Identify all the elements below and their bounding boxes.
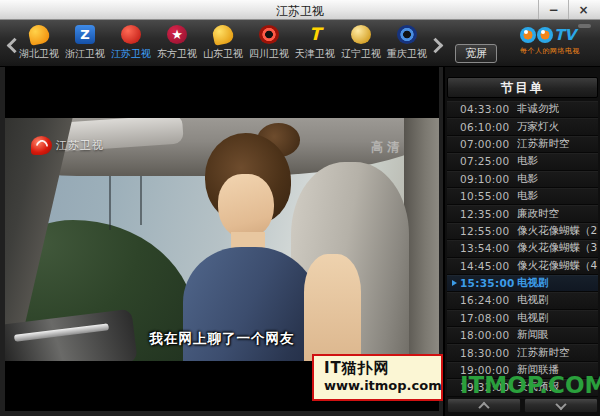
person-face (218, 174, 274, 240)
program-time: 15:35:00 (460, 277, 517, 289)
chevron-up-icon (478, 401, 489, 412)
channel-item[interactable]: ★东方卫视 (154, 25, 200, 61)
program-row[interactable]: 10:55:00电影 (447, 188, 598, 205)
pptv-p-icon (520, 27, 536, 43)
channel-label: 江苏卫视 (111, 47, 151, 61)
program-panel-title: 节目单 (447, 77, 598, 98)
program-name: 电视剧 (517, 293, 549, 307)
channel-label: 山东卫视 (203, 47, 243, 61)
program-row[interactable]: 13:54:00像火花像蝴蝶（3） (447, 240, 598, 257)
now-playing-icon (452, 280, 457, 286)
program-time: 18:00:00 (460, 329, 517, 341)
pptv-tv-text: TV (554, 26, 576, 44)
program-row[interactable]: 12:35:00廉政时空 (447, 205, 598, 222)
program-row[interactable]: 04:33:00非诚勿扰 (447, 101, 598, 118)
video-frame: 江苏卫视 高清 我在网上聊了一个网友 (5, 118, 439, 361)
program-time: 18:30:00 (460, 347, 517, 359)
program-time: 17:08:00 (460, 312, 517, 324)
channel-watermark: 江苏卫视 (31, 136, 104, 155)
itmop-watermark-box: IT猫扑网 www.itmop.com (312, 354, 443, 401)
program-name: 江苏新时空 (517, 137, 570, 151)
title-bar: 江苏卫视 − × (0, 0, 600, 20)
video-subtitle: 我在网上聊了一个网友 (5, 330, 439, 348)
window-controls: − × (538, 0, 598, 19)
itmop-site-name: IT猫扑网 (324, 359, 441, 378)
program-row[interactable]: 15:35:00电视剧 (447, 275, 598, 292)
program-time: 09:10:00 (460, 173, 517, 185)
scroll-up-button[interactable] (447, 398, 521, 413)
channel-label: 四川卫视 (249, 47, 289, 61)
program-time: 07:25:00 (460, 155, 517, 167)
program-name: 电影 (517, 172, 538, 186)
program-row[interactable]: 07:00:00江苏新时空 (447, 136, 598, 153)
channel-item[interactable]: Z浙江卫视 (62, 25, 108, 61)
channel-item[interactable]: 山东卫视 (200, 25, 246, 61)
channel-item[interactable]: 辽宁卫视 (338, 25, 384, 61)
tianjin-tv-icon: T (305, 25, 325, 44)
program-time: 06:10:00 (460, 121, 517, 133)
channel-watermark-text: 江苏卫视 (56, 138, 104, 153)
program-time: 10:55:00 (460, 190, 517, 202)
program-row[interactable]: 07:25:00电影 (447, 153, 598, 170)
hubei-tv-icon (27, 23, 51, 46)
scroll-down-button[interactable] (524, 398, 598, 413)
chevron-right-icon (428, 38, 444, 54)
channel-glyph: Z (80, 28, 89, 41)
program-panel: 节目单 04:33:00非诚勿扰06:10:00万家灯火07:00:00江苏新时… (443, 67, 600, 416)
program-row[interactable]: 09:10:00电影 (447, 171, 598, 188)
pptv-p-icon (537, 27, 553, 43)
program-name: 像火花像蝴蝶（4） (517, 259, 598, 273)
zhejiang-tv-icon: Z (75, 25, 95, 44)
program-name: 江苏新时空 (517, 346, 570, 360)
channel-item[interactable]: 湖北卫视 (16, 25, 62, 61)
channel-label: 浙江卫视 (65, 47, 105, 61)
program-time: 16:24:00 (460, 294, 517, 306)
channel-item[interactable]: 江苏卫视 (108, 25, 154, 61)
channel-label: 湖北卫视 (19, 47, 59, 61)
minimize-button[interactable]: − (538, 0, 568, 19)
channel-item[interactable]: T天津卫视 (292, 25, 338, 61)
program-list: 04:33:00非诚勿扰06:10:00万家灯火07:00:00江苏新时空07:… (447, 101, 598, 397)
channel-label: 东方卫视 (157, 47, 197, 61)
program-row[interactable]: 14:45:00像火花像蝴蝶（4） (447, 258, 598, 275)
program-list-scrollbar (447, 398, 598, 413)
dongfang-tv-icon: ★ (167, 25, 187, 44)
program-row[interactable]: 12:55:00像火花像蝴蝶（2） (447, 223, 598, 240)
program-time: 12:35:00 (460, 208, 517, 220)
chevron-down-icon (555, 398, 566, 409)
program-name: 万家灯火 (517, 120, 559, 134)
program-row[interactable]: 16:24:00电视剧 (447, 292, 598, 309)
close-button[interactable]: × (568, 0, 598, 19)
widescreen-button[interactable]: 宽屏 (455, 44, 497, 63)
pptv-tagline: 每个人的网络电视 (520, 46, 586, 56)
hd-badge: 高清 (371, 139, 403, 156)
program-name: 新闻眼 (517, 328, 549, 342)
program-time: 13:54:00 (460, 242, 517, 254)
channel-item[interactable]: 四川卫视 (246, 25, 292, 61)
program-time: 14:45:00 (460, 260, 517, 272)
program-name: 像火花像蝴蝶（3） (517, 241, 598, 255)
itmop-overlay-watermark: ITMOP.COM (460, 372, 600, 398)
channel-glyph: ★ (171, 28, 183, 41)
program-row[interactable]: 18:30:00江苏新时空 (447, 344, 598, 361)
channel-label: 辽宁卫视 (341, 47, 381, 61)
channel-list: 湖北卫视Z浙江卫视江苏卫视★东方卫视山东卫视四川卫视T天津卫视辽宁卫视重庆卫视 (16, 25, 430, 61)
channel-label: 重庆卫视 (387, 47, 427, 61)
program-name: 廉政时空 (517, 207, 559, 221)
shandong-tv-icon (211, 23, 235, 46)
chongqing-tv-icon (397, 25, 417, 44)
scroll-channels-right-button[interactable] (430, 40, 444, 54)
sichuan-tv-icon (259, 25, 279, 44)
program-row[interactable]: 18:00:00新闻眼 (447, 327, 598, 344)
channel-item[interactable]: 重庆卫视 (384, 25, 430, 61)
program-name: 非诚勿扰 (517, 102, 559, 116)
program-name: 电视剧 (517, 311, 549, 325)
pptv-logo: TV 每个人的网络电视 (520, 26, 586, 56)
program-time: 12:55:00 (460, 225, 517, 237)
program-time: 04:33:00 (460, 103, 517, 115)
program-row[interactable]: 06:10:00万家灯火 (447, 118, 598, 135)
jiangsu-tv-logo-icon (31, 136, 52, 155)
program-row[interactable]: 17:08:00电视剧 (447, 310, 598, 327)
program-name: 电影 (517, 189, 538, 203)
window-title: 江苏卫视 (0, 3, 600, 20)
